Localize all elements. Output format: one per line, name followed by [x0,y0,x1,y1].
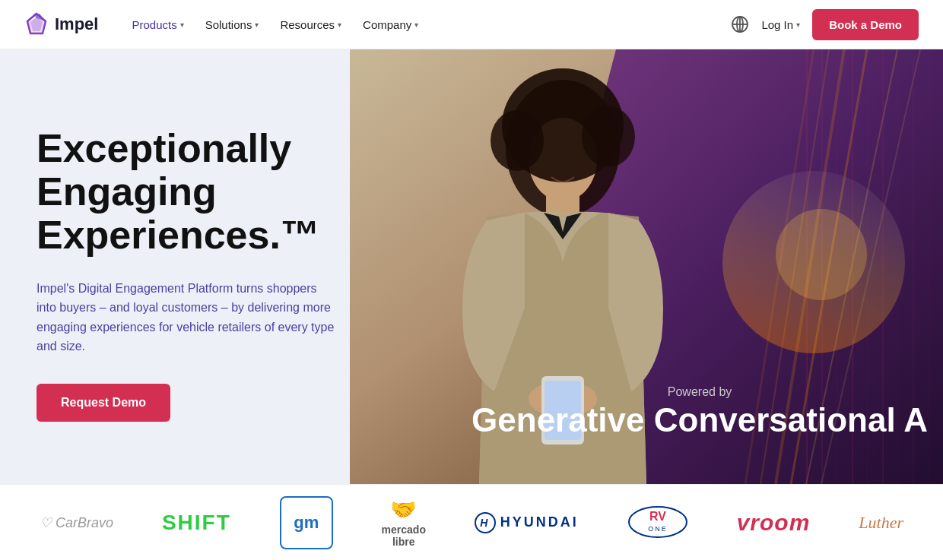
brand-carbravo: ♡ CarBravo [27,508,125,537]
brand-mercadolibre: 🤝 mercado libre [370,491,438,554]
nav-solutions[interactable]: Solutions ▾ [196,12,268,37]
hyundai-h-icon: H [475,512,496,533]
chevron-down-icon: ▾ [255,21,259,29]
luther-logo: Luther [859,513,903,533]
svg-text:RV: RV [649,510,666,523]
hero-left: Exceptionally Engaging Experiences.™ Imp… [0,49,373,484]
rvone-logo: RV ONE [627,505,688,539]
hero-description: Impel's Digital Engagement Platform turn… [37,279,336,356]
navbar: Impel Products ▾ Solutions ▾ Resources ▾… [0,0,943,49]
brand-shift: SHIFT [150,505,243,541]
book-demo-button[interactable]: Book a Demo [812,9,919,40]
chevron-down-icon: ▾ [414,21,418,29]
svg-rect-24 [928,49,929,484]
brand-gm: gm [268,490,345,555]
svg-point-31 [582,106,635,167]
brands-bar: ♡ CarBravo SHIFT gm 🤝 mercado libre H HY… [0,484,943,560]
nav-right: Log In ▾ Book a Demo [731,9,919,40]
brand-rvone: RV ONE [615,499,700,546]
logo[interactable]: Impel [24,12,98,36]
svg-text:ONE: ONE [648,525,668,533]
chevron-down-icon: ▾ [338,21,341,29]
request-demo-button[interactable]: Request Demo [37,384,170,422]
carbravo-logo: ♡ CarBravo [40,514,113,531]
language-selector[interactable] [731,15,749,33]
hyundai-logo: H HYUNDAI [475,512,579,533]
chevron-down-icon: ▾ [796,21,800,29]
nav-resources[interactable]: Resources ▾ [271,12,351,37]
nav-links: Products ▾ Solutions ▾ Resources ▾ Compa… [122,12,731,37]
vroom-logo: vroom [737,510,811,536]
login-button[interactable]: Log In ▾ [761,18,800,31]
hero-section: Exceptionally Engaging Experiences.™ Imp… [0,49,943,484]
handshake-icon: 🤝 [390,497,417,522]
shift-logo: SHIFT [162,511,231,535]
chevron-down-icon: ▾ [180,21,184,29]
impel-logo-icon [24,12,49,36]
brand-vroom: vroom [725,504,823,542]
mercadolibre-logo: 🤝 mercado libre [382,497,426,548]
nav-company[interactable]: Company ▾ [354,12,427,37]
hero-title: Exceptionally Engaging Experiences.™ [37,127,336,258]
nav-products[interactable]: Products ▾ [122,12,192,37]
powered-by-title: Generative Conversational A [472,402,928,438]
powered-by-label: Powered by [472,385,928,399]
svg-marker-3 [27,18,46,33]
svg-point-26 [776,209,867,300]
brand-luther: Luther [846,507,916,539]
brand-name: Impel [55,14,98,34]
powered-by-section: Powered by Generative Conversational A [472,385,928,438]
brand-hyundai: H HYUNDAI [462,506,591,539]
svg-point-30 [491,110,544,171]
gm-logo: gm [280,496,333,549]
